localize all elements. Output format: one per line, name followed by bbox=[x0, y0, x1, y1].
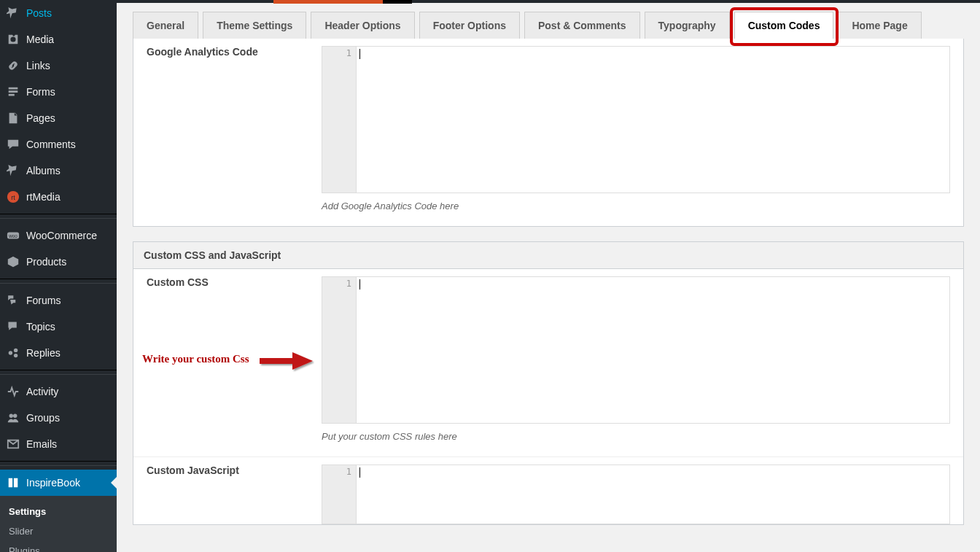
editor-gutter: 1 bbox=[322, 47, 357, 193]
help-text-analytics: Add Google Analytics Code here bbox=[322, 201, 950, 211]
sidebar-item-inspirebook[interactable]: InspireBook bbox=[0, 470, 117, 496]
sidebar-item-label: Comments bbox=[26, 139, 76, 150]
code-editor-js[interactable]: 1 bbox=[322, 464, 950, 524]
svg-point-4 bbox=[9, 351, 12, 354]
line-number: 1 bbox=[346, 48, 351, 58]
text-cursor bbox=[359, 279, 360, 289]
email-icon bbox=[6, 437, 20, 451]
text-cursor bbox=[359, 467, 360, 478]
svg-text:rt: rt bbox=[11, 194, 15, 201]
topics-icon bbox=[6, 319, 20, 334]
sidebar-item-groups[interactable]: Groups bbox=[0, 405, 117, 431]
tab-theme-settings[interactable]: Theme Settings bbox=[203, 12, 306, 39]
text-cursor bbox=[359, 49, 360, 59]
submenu-item-plugins[interactable]: Plugins bbox=[0, 541, 117, 552]
sidebar-item-label: Links bbox=[26, 60, 50, 71]
panel-analytics: Google Analytics Code 1 Add Google Analy… bbox=[133, 39, 964, 227]
sidebar-item-woocommerce[interactable]: woo WooCommerce bbox=[0, 222, 117, 249]
svg-rect-9 bbox=[260, 358, 292, 364]
field-label-js: Custom JavaScript bbox=[147, 464, 322, 524]
admin-sidebar: Posts Media Links Forms Pages Comments bbox=[0, 0, 117, 552]
sidebar-item-label: Forms bbox=[26, 86, 55, 98]
sidebar-separator bbox=[0, 370, 117, 375]
editor-gutter: 1 bbox=[322, 277, 357, 423]
activity-icon bbox=[6, 384, 20, 399]
sidebar-separator bbox=[0, 214, 117, 219]
rt-icon: rt bbox=[6, 190, 20, 204]
pin-icon bbox=[6, 6, 20, 20]
tab-header-options[interactable]: Header Options bbox=[311, 12, 414, 39]
code-editor-analytics[interactable]: 1 bbox=[322, 46, 950, 193]
sidebar-item-activity[interactable]: Activity bbox=[0, 378, 117, 405]
main-content: General Theme Settings Header Options Fo… bbox=[117, 0, 980, 552]
sidebar-item-posts[interactable]: Posts bbox=[0, 0, 117, 26]
tab-post-comments[interactable]: Post & Comments bbox=[524, 12, 640, 39]
editor-textarea[interactable] bbox=[357, 465, 949, 524]
field-label-css: Custom CSS Write your custom Css bbox=[147, 276, 322, 442]
sidebar-item-label: Products bbox=[26, 256, 66, 268]
sidebar-item-forums[interactable]: Forums bbox=[0, 287, 117, 314]
field-row-css: Custom CSS Write your custom Css bbox=[133, 269, 963, 456]
tab-footer-options[interactable]: Footer Options bbox=[419, 12, 520, 39]
sidebar-item-links[interactable]: Links bbox=[0, 53, 117, 79]
replies-icon bbox=[6, 346, 20, 360]
media-icon bbox=[6, 32, 20, 47]
svg-point-8 bbox=[13, 414, 17, 418]
pin-icon bbox=[6, 163, 20, 178]
field-label-analytics: Google Analytics Code bbox=[147, 46, 322, 211]
sidebar-item-label: Groups bbox=[26, 412, 60, 424]
line-number: 1 bbox=[346, 467, 351, 477]
tab-typography[interactable]: Typography bbox=[645, 12, 730, 39]
sidebar-separator bbox=[0, 461, 117, 466]
sidebar-item-pages[interactable]: Pages bbox=[0, 105, 117, 131]
editor-textarea[interactable] bbox=[357, 47, 949, 193]
field-row-js: Custom JavaScript 1 bbox=[133, 457, 963, 524]
comment-icon bbox=[6, 137, 20, 152]
sidebar-item-emails[interactable]: Emails bbox=[0, 431, 117, 457]
groups-icon bbox=[6, 411, 20, 425]
sidebar-item-label: InspireBook bbox=[26, 477, 80, 489]
sidebar-item-rtmedia[interactable]: rt rtMedia bbox=[0, 184, 117, 210]
sidebar-item-label: Forums bbox=[26, 295, 61, 306]
page-icon bbox=[6, 111, 20, 125]
sidebar-item-forms[interactable]: Forms bbox=[0, 79, 117, 105]
form-icon bbox=[6, 85, 20, 99]
code-editor-css[interactable]: 1 bbox=[322, 276, 950, 424]
sidebar-submenu: Settings Slider Plugins Support bbox=[0, 496, 117, 552]
sidebar-item-label: rtMedia bbox=[26, 191, 61, 203]
sidebar-group-content: Posts Media Links Forms Pages Comments bbox=[0, 0, 117, 552]
annotation-arrow-icon bbox=[256, 346, 314, 376]
panel-header-cssjs: Custom CSS and JavaScript bbox=[133, 242, 963, 269]
sidebar-item-comments[interactable]: Comments bbox=[0, 131, 117, 158]
svg-marker-10 bbox=[292, 352, 313, 370]
sidebar-item-replies[interactable]: Replies bbox=[0, 340, 117, 366]
woo-icon: woo bbox=[6, 228, 20, 243]
book-icon bbox=[6, 475, 20, 490]
sidebar-item-label: Albums bbox=[26, 165, 61, 176]
sidebar-separator bbox=[0, 279, 117, 284]
editor-gutter: 1 bbox=[322, 465, 357, 524]
svg-point-6 bbox=[14, 354, 18, 357]
svg-point-5 bbox=[14, 349, 18, 352]
sidebar-item-topics[interactable]: Topics bbox=[0, 314, 117, 340]
tab-general[interactable]: General bbox=[133, 12, 198, 39]
sidebar-item-label: Topics bbox=[26, 321, 55, 333]
sidebar-item-media[interactable]: Media bbox=[0, 26, 117, 53]
panel-custom-css-js: Custom CSS and JavaScript Custom CSS Wri… bbox=[133, 241, 964, 525]
sidebar-item-label: Activity bbox=[26, 386, 58, 397]
sidebar-item-label: Posts bbox=[26, 7, 52, 19]
link-icon bbox=[6, 58, 20, 73]
sidebar-item-label: Pages bbox=[26, 112, 55, 124]
tab-home-page[interactable]: Home Page bbox=[838, 12, 921, 39]
field-row-analytics: Google Analytics Code 1 Add Google Analy… bbox=[133, 39, 963, 226]
sidebar-item-products[interactable]: Products bbox=[0, 249, 117, 275]
help-text-css: Put your custom CSS rules here bbox=[322, 431, 950, 442]
submenu-item-slider[interactable]: Slider bbox=[0, 521, 117, 541]
editor-textarea[interactable] bbox=[357, 277, 949, 423]
submenu-item-settings[interactable]: Settings bbox=[0, 502, 117, 521]
svg-text:woo: woo bbox=[8, 233, 18, 238]
settings-tabs: General Theme Settings Header Options Fo… bbox=[133, 12, 964, 39]
sidebar-item-albums[interactable]: Albums bbox=[0, 158, 117, 184]
tab-custom-codes[interactable]: Custom Codes bbox=[734, 12, 834, 39]
forums-icon bbox=[6, 293, 20, 308]
